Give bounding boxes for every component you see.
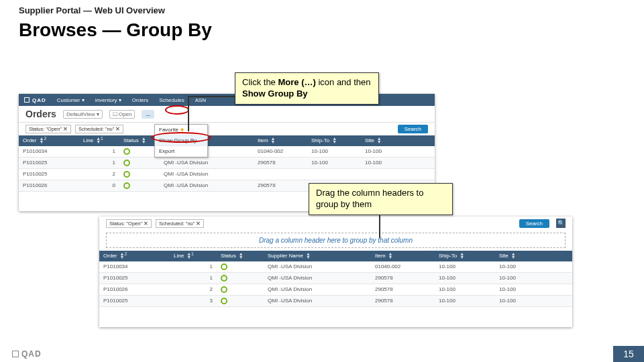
slide-footer: QAD <box>0 346 644 362</box>
nav-schedules[interactable]: Schedules <box>159 97 184 103</box>
status-ring-icon <box>123 160 130 166</box>
th-supplier-2[interactable]: Supplier Name▲▼ <box>264 251 371 261</box>
status-ring-icon <box>221 263 227 270</box>
filter-chip-status[interactable]: Status: "Open" ✕ <box>25 125 71 133</box>
qad-logo: QAD <box>24 97 46 103</box>
status-ring-icon <box>221 286 227 293</box>
nav-inventory[interactable]: Inventory ▾ <box>95 97 121 103</box>
status-ring-icon <box>123 182 130 189</box>
breadcrumb: Supplier Portal — Web UI Overview <box>19 5 625 15</box>
nav-asn[interactable]: ASN <box>195 97 206 103</box>
page-title: Browses — Group By <box>19 19 625 41</box>
dd-export[interactable]: Export <box>155 146 207 157</box>
callout-connector-v <box>188 96 189 131</box>
table-header-row: Order▲2▼ Line▲1▼ Status▲▼ Supplier Name▲… <box>19 135 435 146</box>
search-icon[interactable]: 🔍 <box>556 219 566 228</box>
search-button[interactable]: Search <box>398 125 428 133</box>
open-toggle[interactable]: ☐ Open <box>109 110 136 119</box>
table-row[interactable]: P10100251QMI -USA Division29057810-10010… <box>19 158 435 169</box>
th-status-2[interactable]: Status▲▼ <box>217 251 264 261</box>
status-ring-icon <box>221 275 227 282</box>
dd-show-group-by[interactable]: Show Group By <box>155 135 207 146</box>
callout-drag-headers: Drag the column headers to group by them <box>309 183 453 215</box>
th-status[interactable]: Status▲▼ <box>119 135 160 146</box>
screenshot-group-zone: Status: "Open" ✕ Scheduled: "no" ✕ Searc… <box>99 217 572 327</box>
table-row[interactable]: P10100341QMI -USA Division01040-00210-10… <box>99 261 572 273</box>
page-number: 15 <box>613 346 644 362</box>
filter-chip-scheduled[interactable]: Scheduled: "no" ✕ <box>75 125 123 133</box>
th-item[interactable]: Item▲▼ <box>254 135 307 146</box>
more-dropdown: Favorite ★ Show Group By Export <box>154 124 208 158</box>
view-selector[interactable]: DefaultView ▾ <box>63 110 103 119</box>
dd-favorite[interactable]: Favorite ★ <box>155 125 207 135</box>
table-row[interactable]: P10100253QMI -USA Division29057810-10010… <box>99 296 572 307</box>
nav-orders[interactable]: Orders <box>132 97 148 103</box>
table-row[interactable]: P10100262QMI -USA Division29057810-10010… <box>99 284 572 296</box>
table-header-row-2: Order▲2▼ Line▲1▼ Status▲▼ Supplier Name▲… <box>99 251 572 261</box>
filter-row-2: Status: "Open" ✕ Scheduled: "no" ✕ Searc… <box>99 217 572 230</box>
group-by-dropzone[interactable]: Drag a column header here to group by th… <box>106 233 566 248</box>
th-site-2[interactable]: Site▲▼ <box>495 251 555 261</box>
filter-chip-scheduled-2[interactable]: Scheduled: "no" ✕ <box>156 219 204 228</box>
table-row[interactable]: P10100252QMI -USA Division <box>19 169 435 180</box>
status-ring-icon <box>123 148 130 155</box>
nav-customer[interactable]: Customer ▾ <box>57 97 85 103</box>
status-ring-icon <box>221 298 227 304</box>
orders-heading: Orders <box>25 109 56 119</box>
search-button-2[interactable]: Search <box>519 219 549 228</box>
table-row[interactable]: P10100341QMI -USA Division01040-00210-10… <box>19 146 435 158</box>
th-order[interactable]: Order▲2▼ <box>19 135 79 146</box>
th-line-2[interactable]: Line▲1▼ <box>170 251 217 261</box>
status-ring-icon <box>123 171 130 178</box>
th-shipto[interactable]: Ship-To▲▼ <box>307 135 361 146</box>
callout-more-icon: Click the More (…) icon and then Show Gr… <box>235 72 379 105</box>
th-item-2[interactable]: Item▲▼ <box>371 251 435 261</box>
th-site[interactable]: Site▲▼ <box>361 135 415 146</box>
callout-connector-h <box>188 96 235 97</box>
table-body-2: P10100341QMI -USA Division01040-00210-10… <box>99 261 572 307</box>
filter-chip-status-2[interactable]: Status: "Open" ✕ <box>106 219 152 228</box>
th-order-2[interactable]: Order▲2▼ <box>99 251 170 261</box>
filter-row: Status: "Open" ✕ Scheduled: "no" ✕ Searc… <box>19 123 435 135</box>
table-row[interactable]: P10100251QMI -USA Division29057810-10010… <box>99 273 572 284</box>
more-button[interactable]: ... <box>142 110 154 119</box>
th-shipto-2[interactable]: Ship-To▲▼ <box>435 251 495 261</box>
th-line[interactable]: Line▲1▼ <box>79 135 119 146</box>
orders-toolbar: Orders DefaultView ▾ ☐ Open ... <box>19 106 435 123</box>
footer-logo: QAD <box>12 349 42 359</box>
